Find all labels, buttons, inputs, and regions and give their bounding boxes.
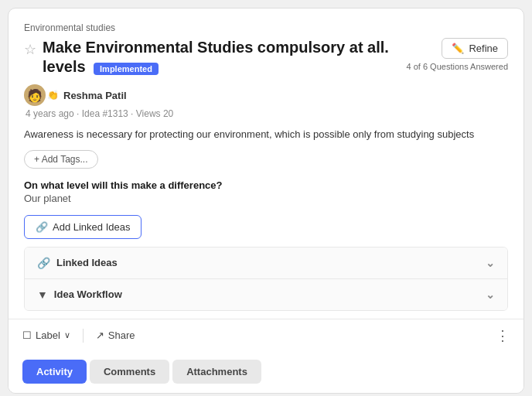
star-icon[interactable]: ☆ [24, 41, 36, 58]
link-icon: 🔗 [36, 221, 48, 233]
reaction-badge: 👏 [47, 90, 59, 101]
linked-ideas-accordion[interactable]: 🔗 Linked Ideas ⌄ [25, 248, 507, 279]
status-badge: Implemented [94, 63, 159, 75]
share-button[interactable]: ↗ Share [96, 329, 135, 341]
chevron-down-icon: ⌄ [486, 257, 495, 269]
question-section: On what level will this make a differenc… [24, 179, 508, 204]
avatar-emoji: 🧑 [27, 88, 43, 103]
label-checkbox-icon: ☐ [22, 329, 32, 341]
label-chevron-icon: ∨ [64, 330, 70, 340]
share-icon: ↗ [96, 329, 104, 341]
label-button[interactable]: ☐ Label ∨ [22, 329, 70, 341]
add-tags-button[interactable]: + Add Tags... [24, 150, 98, 169]
more-options-icon[interactable]: ⋮ [496, 327, 510, 344]
tab-attachments[interactable]: Attachments [172, 360, 261, 384]
title-left: ☆ Make Environmental Studies compulsory … [24, 38, 399, 77]
questions-answered: 4 of 6 Questions Answered [407, 62, 508, 71]
add-linked-label: Add Linked Ideas [53, 221, 130, 233]
author-row: 🧑 👏 Reshma Patil [24, 84, 508, 106]
question-label: On what level will this make a differenc… [24, 179, 508, 191]
idea-card: Environmental studies ☆ Make Environment… [8, 8, 524, 394]
pencil-icon: ✏️ [452, 43, 464, 54]
author-name: Reshma Patil [63, 90, 127, 101]
accordions: 🔗 Linked Ideas ⌄ ▼ Idea Workflow ⌄ [24, 247, 508, 311]
filter-accordion-icon: ▼ [37, 288, 48, 301]
title-row: ☆ Make Environmental Studies compulsory … [24, 38, 508, 77]
tab-activity[interactable]: Activity [22, 360, 87, 384]
meta-info: 4 years ago · Idea #1313 · Views 20 [26, 108, 508, 119]
share-text: Share [108, 329, 135, 341]
divider [83, 329, 84, 343]
link-accordion-icon: 🔗 [37, 257, 50, 269]
question-answer: Our planet [24, 193, 508, 204]
breadcrumb: Environmental studies [24, 22, 508, 33]
idea-workflow-label: Idea Workflow [54, 288, 122, 300]
bottom-bar: ☐ Label ∨ ↗ Share ⋮ [9, 319, 523, 352]
refine-block: ✏️ Refine 4 of 6 Questions Answered [407, 38, 508, 71]
refine-button[interactable]: ✏️ Refine [442, 38, 508, 59]
title-text-block: Make Environmental Studies compulsory at… [43, 38, 399, 77]
chevron-down-icon-workflow: ⌄ [486, 288, 495, 301]
tab-comments[interactable]: Comments [90, 360, 169, 384]
idea-workflow-accordion[interactable]: ▼ Idea Workflow ⌄ [25, 279, 507, 310]
avatar: 🧑 [24, 84, 46, 106]
add-linked-ideas-button[interactable]: 🔗 Add Linked Ideas [24, 215, 142, 239]
bottom-left: ☐ Label ∨ ↗ Share [22, 329, 135, 343]
label-text: Label [36, 329, 60, 341]
main-content: Environmental studies ☆ Make Environment… [9, 9, 523, 319]
linked-ideas-label: Linked Ideas [56, 257, 118, 268]
description: Awareness is necessary for protecting ou… [24, 127, 508, 142]
tab-bar: Activity Comments Attachments [9, 352, 523, 393]
